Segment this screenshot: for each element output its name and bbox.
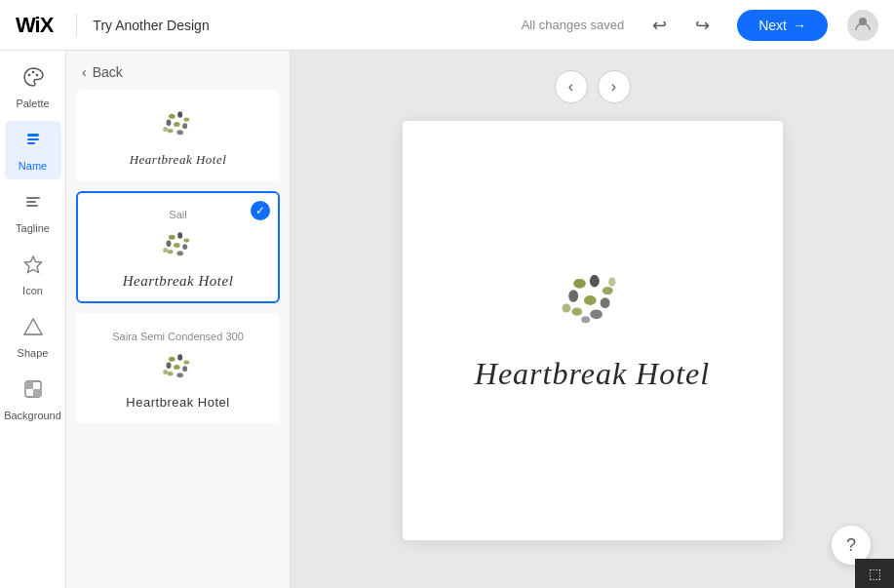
panel-back-button[interactable]: ‹ Back <box>66 51 290 90</box>
topbar-divider <box>76 14 77 37</box>
card-3-hotel-name: Heartbreak Hotel <box>126 395 229 410</box>
screenshot-icon: ⬚ <box>869 566 881 581</box>
card-logo-area-2: Heartbreak Hotel <box>90 228 266 290</box>
back-label: Back <box>93 64 123 80</box>
svg-rect-7 <box>26 197 40 199</box>
svg-point-27 <box>174 243 180 248</box>
background-label: Background <box>4 410 61 421</box>
svg-point-44 <box>568 290 578 302</box>
wix-logo: WiX <box>16 13 53 38</box>
sidebar-item-icon[interactable]: Icon <box>5 246 61 304</box>
card-2-font-label: Sail <box>90 209 266 220</box>
svg-point-24 <box>177 232 182 239</box>
screenshot-bar[interactable]: ⬚ <box>855 559 894 588</box>
svg-point-39 <box>176 372 183 377</box>
card-1-hotel-name: Heartbreak Hotel <box>130 152 227 168</box>
avatar-button[interactable] <box>847 10 878 41</box>
canvas-frame: Heartbreak Hotel <box>403 121 783 540</box>
redo-button[interactable]: ↪ <box>686 10 718 41</box>
tagline-icon <box>22 191 44 218</box>
svg-marker-10 <box>24 256 41 273</box>
svg-point-50 <box>608 277 615 286</box>
canvas-prev-icon: ‹ <box>568 78 573 96</box>
design-panel: ‹ Back <box>66 51 291 588</box>
svg-point-48 <box>590 309 602 319</box>
card-logo-area-1: Heartbreak Hotel <box>90 107 266 168</box>
design-card-1[interactable]: Heartbreak Hotel <box>76 90 280 181</box>
shape-label: Shape <box>18 347 49 359</box>
help-icon: ? <box>846 535 856 556</box>
icon-sidebar: Palette Name Tagline <box>0 51 66 588</box>
canvas-hotel-name: Heartbreak Hotel <box>475 356 710 392</box>
svg-point-34 <box>183 360 189 364</box>
svg-point-2 <box>31 71 34 74</box>
svg-rect-12 <box>25 381 33 389</box>
background-icon <box>22 378 44 406</box>
design-card-2[interactable]: ✓ Sail Heartbreak Hotel <box>76 191 280 303</box>
svg-rect-5 <box>27 138 39 140</box>
sidebar-item-name[interactable]: Name <box>5 121 61 179</box>
svg-point-46 <box>600 297 609 308</box>
svg-point-14 <box>169 114 175 119</box>
card-3-font-label: Saira Semi Condensed 300 <box>90 331 266 342</box>
svg-point-22 <box>163 127 168 132</box>
svg-point-23 <box>169 235 175 240</box>
next-arrow-icon: → <box>793 18 806 33</box>
card-2-hotel-name: Heartbreak Hotel <box>123 273 234 290</box>
name-label: Name <box>19 160 47 172</box>
svg-rect-6 <box>27 142 35 144</box>
svg-point-43 <box>602 287 612 294</box>
sidebar-item-shape[interactable]: Shape <box>5 308 61 367</box>
svg-point-21 <box>176 130 183 135</box>
canvas-prev-button[interactable]: ‹ <box>555 70 588 103</box>
logo-dots-svg-3 <box>154 350 203 389</box>
next-label: Next <box>758 18 787 33</box>
svg-point-33 <box>177 354 182 361</box>
svg-point-20 <box>167 129 173 133</box>
svg-point-19 <box>182 123 187 129</box>
svg-point-49 <box>562 303 570 312</box>
tagline-label: Tagline <box>16 222 50 234</box>
svg-rect-9 <box>26 205 38 207</box>
logo-dots-svg-1 <box>154 107 203 146</box>
sidebar-item-tagline[interactable]: Tagline <box>5 183 61 242</box>
main-layout: Palette Name Tagline <box>0 51 894 588</box>
svg-point-29 <box>167 250 173 254</box>
svg-point-28 <box>182 244 187 250</box>
canvas-next-icon: › <box>611 78 616 96</box>
name-icon <box>22 129 44 156</box>
svg-point-35 <box>166 363 171 370</box>
try-another-label[interactable]: Try Another Design <box>93 18 209 33</box>
svg-point-45 <box>584 295 597 305</box>
svg-point-38 <box>167 372 173 375</box>
svg-point-31 <box>163 248 168 253</box>
design-card-3[interactable]: Saira Semi Condensed 300 Heartbreak Hote… <box>76 313 280 423</box>
undo-button[interactable]: ↩ <box>643 10 675 41</box>
svg-point-36 <box>174 365 180 370</box>
changes-saved-status: All changes saved <box>522 18 625 32</box>
svg-point-47 <box>571 307 582 315</box>
avatar-icon <box>854 15 872 36</box>
next-button[interactable]: Next → <box>737 10 828 41</box>
canvas-nav: ‹ › <box>555 70 631 103</box>
svg-point-15 <box>177 111 182 118</box>
icon-icon <box>22 254 44 281</box>
shape-icon <box>22 316 44 343</box>
svg-point-40 <box>163 370 168 374</box>
sidebar-item-palette[interactable]: Palette <box>5 59 61 117</box>
svg-point-51 <box>581 316 590 323</box>
selected-checkmark: ✓ <box>251 201 270 220</box>
svg-point-16 <box>183 117 189 121</box>
panel-scroll[interactable]: Heartbreak Hotel ✓ Sail <box>66 90 290 588</box>
svg-point-32 <box>169 357 175 362</box>
canvas-next-button[interactable]: › <box>598 70 631 103</box>
logo-dots-svg-2 <box>154 228 203 267</box>
back-arrow-icon: ‹ <box>82 64 87 80</box>
svg-rect-4 <box>27 134 39 137</box>
svg-point-17 <box>166 120 171 127</box>
sidebar-item-background[interactable]: Background <box>5 371 61 429</box>
canvas-area: ‹ › Heartbreak Hotel <box>291 51 894 588</box>
svg-point-1 <box>27 74 30 77</box>
svg-point-18 <box>174 122 180 127</box>
svg-point-41 <box>573 278 586 288</box>
